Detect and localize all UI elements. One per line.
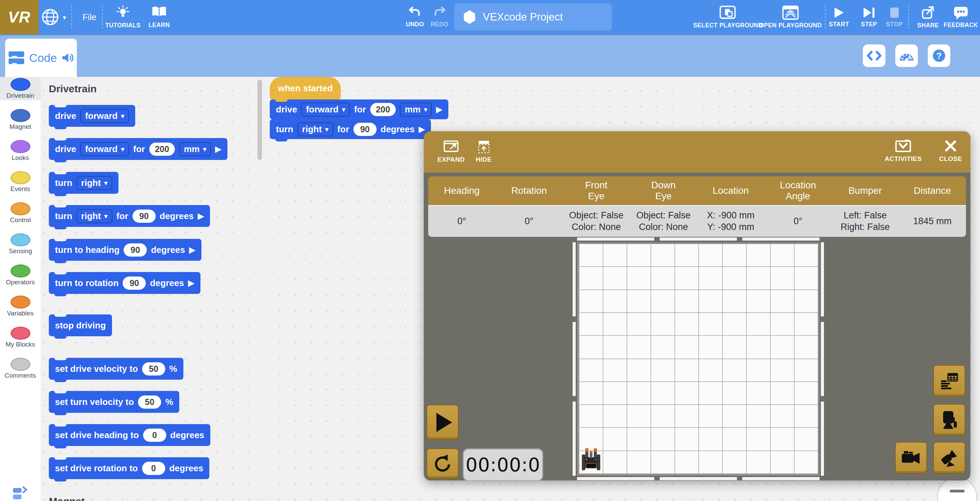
project-title-pill[interactable]: VEXcode Project — [454, 3, 612, 31]
undo-button[interactable]: UNDO — [403, 0, 427, 34]
category-label: Magnet — [10, 123, 31, 131]
code-block[interactable]: set drive velocity to50% — [49, 358, 183, 380]
when-started-hat-block[interactable]: when started — [270, 77, 341, 99]
sensor-dashboard-button[interactable] — [933, 365, 965, 397]
code-block[interactable]: driveforward▾for200mm▾▶ — [49, 138, 228, 160]
block-dropdown[interactable]: forward▾ — [80, 109, 129, 123]
code-block[interactable]: turn to heading90degrees▶ — [49, 239, 202, 261]
block-number-input[interactable]: 200 — [149, 142, 175, 156]
block-dropdown[interactable]: right▾ — [298, 122, 333, 136]
block-dropdown[interactable]: right▾ — [76, 176, 112, 190]
code-block[interactable]: turnright▾for90degrees▶ — [49, 205, 210, 227]
block-label: drive — [55, 144, 76, 155]
block-dropdown[interactable]: mm▾ — [179, 142, 211, 156]
sidebar-item-events[interactable]: Events — [0, 170, 41, 193]
speaker-icon[interactable] — [61, 52, 74, 64]
camera-3d-button[interactable] — [933, 442, 965, 474]
code-block[interactable]: set drive heading to0degrees — [49, 424, 210, 446]
palette-scrollbar[interactable] — [258, 80, 262, 160]
redo-button[interactable]: REDO — [428, 0, 452, 34]
code-block[interactable]: turn to rotation90degrees▶ — [49, 272, 200, 294]
code-block[interactable]: set drive rotation to0degrees — [49, 457, 209, 479]
category-color-dot — [11, 171, 30, 184]
robot-sprite[interactable] — [580, 448, 602, 472]
block-run-icon[interactable]: ▶ — [418, 125, 425, 134]
block-number-input[interactable]: 90 — [353, 123, 377, 136]
code-block[interactable]: turnright▾ — [49, 172, 118, 194]
block-number-input[interactable]: 200 — [370, 103, 396, 116]
block-number-input[interactable]: 90 — [132, 209, 156, 223]
code-block[interactable]: driveforward▾ — [49, 105, 135, 127]
start-button[interactable]: START — [829, 0, 849, 34]
stop-label: STOP — [886, 21, 903, 28]
activities-button[interactable]: ACTIVITIES — [884, 139, 922, 163]
block-number-input[interactable]: 0 — [143, 429, 166, 442]
category-label: Operators — [6, 279, 35, 286]
sidebar-item-drivetrain[interactable]: Drivetrain — [0, 77, 41, 100]
dashboard-button[interactable] — [895, 45, 918, 67]
help-button[interactable]: ? — [928, 45, 950, 67]
sidebar-item-sensing[interactable]: Sensing — [0, 232, 41, 255]
category-color-dot — [11, 202, 30, 215]
block-run-icon[interactable]: ▶ — [188, 279, 194, 288]
feedback-label: FEEDBACK — [944, 22, 978, 29]
expand-button[interactable]: EXPAND — [438, 139, 465, 163]
sidebar-item-variables[interactable]: Variables — [0, 295, 41, 318]
robot-view-button[interactable] — [933, 404, 965, 436]
block-number-input[interactable]: 0 — [142, 462, 165, 475]
category-label: Looks — [12, 154, 29, 162]
activities-label: ACTIVITIES — [885, 155, 922, 163]
code-block[interactable]: turnright▾for90degrees▶ — [270, 119, 431, 139]
open-playground-button[interactable]: OPEN PLAYGROUND — [760, 0, 821, 34]
palette-section-title: Drivetrain — [49, 83, 97, 95]
chevron-down-icon[interactable]: ▾ — [63, 14, 66, 22]
undo-label: UNDO — [406, 21, 424, 28]
block-dropdown[interactable]: forward▾ — [80, 142, 129, 156]
sidebar-item-magnet[interactable]: Magnet — [0, 108, 41, 131]
block-number-input[interactable]: 90 — [124, 243, 147, 257]
block-run-icon[interactable]: ▶ — [215, 145, 221, 154]
block-dropdown[interactable]: forward▾ — [301, 102, 350, 116]
sidebar-item-control[interactable]: Control — [0, 201, 41, 225]
tab-code[interactable]: Code — [5, 38, 77, 77]
file-menu[interactable]: File — [76, 0, 103, 34]
category-color-dot — [11, 358, 30, 371]
sidebar-item-looks[interactable]: Looks — [0, 139, 41, 162]
block-number-input[interactable]: 90 — [123, 276, 146, 290]
hide-label: HIDE — [476, 156, 492, 163]
language-button[interactable] — [40, 0, 61, 34]
playground-reset-button[interactable] — [426, 448, 458, 479]
code-block[interactable]: set turn velocity to50% — [49, 391, 179, 413]
close-icon — [944, 139, 958, 153]
block-run-icon[interactable]: ▶ — [189, 246, 195, 255]
camera-side-button[interactable] — [895, 442, 927, 474]
block-run-icon[interactable]: ▶ — [436, 105, 442, 114]
code-view-button[interactable] — [863, 45, 885, 67]
close-playground-button[interactable]: CLOSE — [939, 139, 963, 163]
playground-run-button[interactable] — [426, 405, 458, 440]
select-playground-button[interactable]: SELECT PLAYGROUND — [687, 0, 769, 34]
block-number-input[interactable]: 50 — [142, 362, 165, 376]
tutorials-button[interactable]: TUTORIALS — [104, 0, 142, 34]
sidebar-item-comments[interactable]: Comments — [0, 357, 41, 380]
block-number-input[interactable]: 50 — [138, 396, 161, 409]
step-button[interactable]: STEP — [859, 0, 879, 34]
learn-button[interactable]: LEARN — [143, 0, 175, 34]
category-label: Comments — [5, 372, 36, 379]
sidebar-item-operators[interactable]: Operators — [0, 263, 41, 287]
block-dropdown[interactable]: right▾ — [76, 209, 112, 223]
code-block[interactable]: stop driving — [49, 314, 112, 336]
hide-button[interactable]: HIDE — [476, 139, 492, 163]
sidebar-item-my-blocks[interactable]: My Blocks — [0, 325, 41, 349]
share-button[interactable]: SHARE — [916, 0, 940, 34]
collapse-palette-button[interactable] — [12, 485, 28, 501]
block-label: degrees — [170, 430, 205, 440]
code-block[interactable]: driveforward▾for200mm▾▶ — [270, 99, 448, 119]
category-label: My Blocks — [5, 341, 35, 348]
block-run-icon[interactable]: ▶ — [198, 212, 204, 221]
vr-logo: VR — [0, 0, 38, 34]
sensor-value-cell: X: -900 mmY: -900 mm — [697, 206, 765, 237]
feedback-button[interactable]: FEEDBACK — [945, 0, 977, 34]
stop-button[interactable]: STOP — [885, 0, 904, 34]
block-dropdown[interactable]: mm▾ — [400, 102, 432, 116]
